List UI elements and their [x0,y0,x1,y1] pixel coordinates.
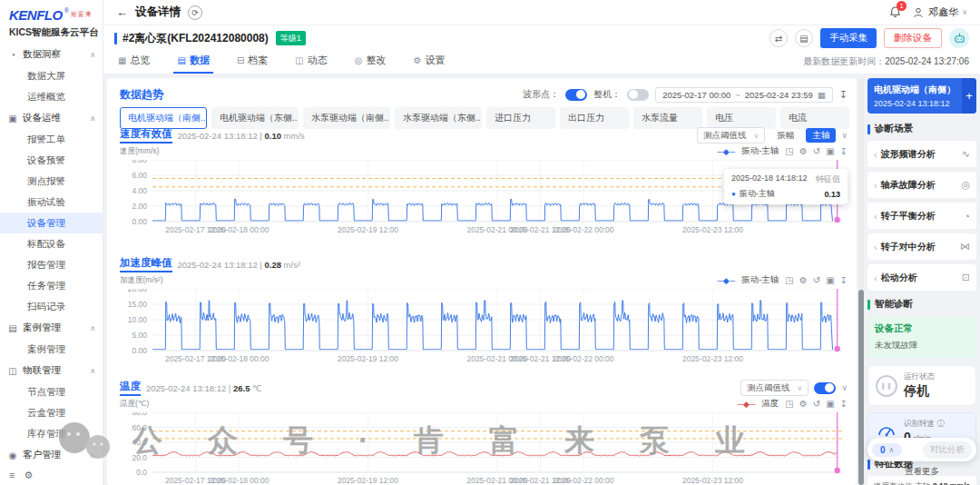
sidebar-group-device-ops[interactable]: ▣ 设备运维 ∧ [0,107,103,129]
legend-series-name[interactable]: 振动-主轴 [741,145,779,157]
compare-analysis-button[interactable]: 对比分析 [923,441,972,459]
sensor-tab-pump-drive-east[interactable]: 水泵驱动端（东侧... [395,107,482,129]
download-icon[interactable]: ↧ [840,146,848,156]
back-icon[interactable]: ← [116,5,128,19]
sensor-tab-pump-drive-south[interactable]: 水泵驱动端（南侧... [303,107,390,129]
add-point-button[interactable]: + [962,78,976,114]
collapse-chart-icon[interactable]: ∨ [841,383,848,392]
sidebar-item-vibration-test[interactable]: 振动试验 [0,192,103,213]
threshold-line-select[interactable]: 测点阈值线∨ [697,127,765,144]
export-download-icon[interactable]: ↧ [839,89,848,101]
save-image-icon[interactable]: ▣ [826,399,834,409]
svg-text:2025-02-23 12:00: 2025-02-23 12:00 [682,476,743,485]
svg-text:0.00: 0.00 [132,217,147,226]
sidebar-item-point-alarm[interactable]: 测点报警 [0,171,103,192]
sidebar-group-data-insight[interactable]: ◔ 数据洞察 ∧ [0,44,103,65]
refresh-icon[interactable]: ↺ [813,399,820,409]
diag-item-rotor-balance[interactable]: ‹ 转子平衡分析 ◔ [867,203,976,229]
sidebar-item-alarm-orders[interactable]: 报警工单 [0,129,103,150]
sensor-tab-motor-drive-south[interactable]: 电机驱动端（南侧... [120,107,207,129]
refresh-icon[interactable]: ⟳ [188,5,202,20]
logo-cn-text: 肯富来 [71,10,93,19]
sidebar-group-iot-management[interactable]: ◫ 物联管理 ∧ [0,360,103,381]
tab-data[interactable]: ▤数据 [173,54,212,74]
date-range-picker[interactable]: 2025-02-17 00:00 ~ 2025-02-24 23:59 ▦ [655,87,833,103]
legend-series-name[interactable]: 温度 [761,398,779,410]
sensor-tab-motor-drive-east[interactable]: 电机驱动端（东侧... [211,107,299,129]
section-title-data-trend: 数据趋势 [120,87,163,103]
view-more-link[interactable]: 查看更多 [867,466,976,478]
download-icon[interactable]: ↧ [840,275,848,285]
download-icon[interactable]: ↧ [840,399,848,409]
sensor-tab-pump-flow[interactable]: 水泵流量 [633,107,702,129]
delete-device-button[interactable]: 删除设备 [884,28,942,48]
waveform-toggle[interactable] [565,89,587,101]
save-image-icon[interactable]: ▣ [826,275,834,285]
sidebar-item-task-management[interactable]: 任务管理 [0,275,103,296]
expand-icon[interactable]: ◳ [785,399,793,409]
sidebar-item-device-warning[interactable]: 设备预警 [0,150,103,171]
sidebar-item-case-management[interactable]: 案例管理 [0,339,103,360]
section-diagnosis-scenes: 诊断场景 [875,123,913,135]
diag-item-looseness[interactable]: ‹ 松动分析 ⊡ [867,264,976,291]
info-icon: ⓘ [936,419,945,428]
sidebar-item-data-screen[interactable]: 数据大屏 [0,65,103,86]
sidebar-item-node-management[interactable]: 节点管理 [0,381,103,402]
scrollbar-thumb[interactable] [858,290,864,485]
sensor-tab-current[interactable]: 电流 [780,107,849,129]
amplitude-chip[interactable]: 振幅 [770,128,800,143]
acceleration-chart-canvas[interactable]: 20.0015.0010.005.000.002025-02-17 12:002… [113,289,849,365]
tab-overview[interactable]: ▦总览 [114,54,153,74]
sensor-tab-inlet-pressure[interactable]: 进口压力 [486,107,555,129]
tab-dynamic[interactable]: ◫动态 [291,54,330,74]
sensor-tab-outlet-pressure[interactable]: 出口压力 [560,107,629,129]
settings-icon[interactable]: ⚙ [799,399,808,409]
refresh-icon[interactable]: ↺ [813,275,820,285]
spindle-chip[interactable]: 主轴 [806,128,836,143]
sidebar-group-customer-management[interactable]: ◉ 客户管理 ∧ [0,444,103,466]
threshold-line-select[interactable]: 测点阈值线∨ [740,380,808,396]
tab-rectification[interactable]: ◎整改 [351,54,390,74]
swap-icon-button[interactable]: ⇄ [769,29,788,47]
diag-item-waveform-spectrum[interactable]: ‹ 波形频谱分析 ∿ [867,141,976,167]
collapse-chart-icon[interactable]: ∨ [841,131,848,140]
machine-toggle[interactable] [627,89,649,101]
run-status-value: 停机 [904,383,935,400]
doc-icon-button[interactable]: ▤ [795,29,813,47]
expand-icon[interactable]: ◳ [785,146,793,156]
y-axis-label: 加速度(m/s²) [120,275,163,286]
refresh-icon[interactable]: ↺ [813,146,820,156]
settings-icon[interactable]: ⚙ [24,470,33,481]
notification-bell-button[interactable]: 1 [888,5,903,20]
sidebar-item-inventory-management[interactable]: 库存管理 [0,423,103,444]
settings-icon[interactable]: ⚙ [799,275,808,285]
chart-tooltip: 2025-02-18 14:18:12特征值 ●振动-主轴0.13 [724,169,848,204]
sidebar-item-standard-devices[interactable]: 标配设备 [0,233,103,254]
vertical-scrollbar[interactable] [858,78,864,485]
menu-collapse-icon[interactable]: ≡ [9,470,15,481]
manual-collect-button[interactable]: 手动采集 [820,28,877,48]
threshold-toggle[interactable] [814,382,836,394]
sidebar-item-cloudbox-management[interactable]: 云盒管理 [0,402,103,423]
user-menu[interactable]: 邓鑫华 ∨ [912,5,967,19]
svg-text:20.0: 20.0 [132,453,147,462]
sidebar-item-scan-records[interactable]: 扫码记录 [0,296,103,317]
sensor-tab-voltage[interactable]: 电压 [707,107,776,129]
temperature-chart-canvas[interactable]: 80.060.040.020.00.02025-02-17 12:002025-… [113,412,849,485]
expand-icon[interactable]: ◳ [785,275,793,285]
chevron-left-icon: ‹ [874,272,877,283]
tab-settings[interactable]: ⚙设置 [409,54,448,74]
sidebar-item-ops-overview[interactable]: 运维概览 [0,86,103,107]
sidebar-item-report-management[interactable]: 报告管理 [0,254,103,275]
tab-archive[interactable]: ⊟档案 [233,54,271,74]
compare-count-button[interactable]: 0∧ [872,443,902,457]
sidebar-item-device-management[interactable]: 设备管理 [0,213,103,233]
diag-item-bearing-fault[interactable]: ‹ 轴承故障分析 ◎ [867,172,976,198]
settings-icon[interactable]: ⚙ [799,146,808,156]
selected-point-card[interactable]: 电机驱动端（南侧） 2025-02-24 13:18:12 + [867,78,976,114]
sidebar-group-case-management[interactable]: ▤ 案例管理 ∧ [0,317,103,339]
diag-item-rotor-alignment[interactable]: ‹ 转子对中分析 ⋈ [867,233,976,260]
save-image-icon[interactable]: ▣ [826,146,834,156]
legend-series-name[interactable]: 振动-主轴 [741,274,779,286]
assistant-robot-button[interactable] [949,28,969,48]
